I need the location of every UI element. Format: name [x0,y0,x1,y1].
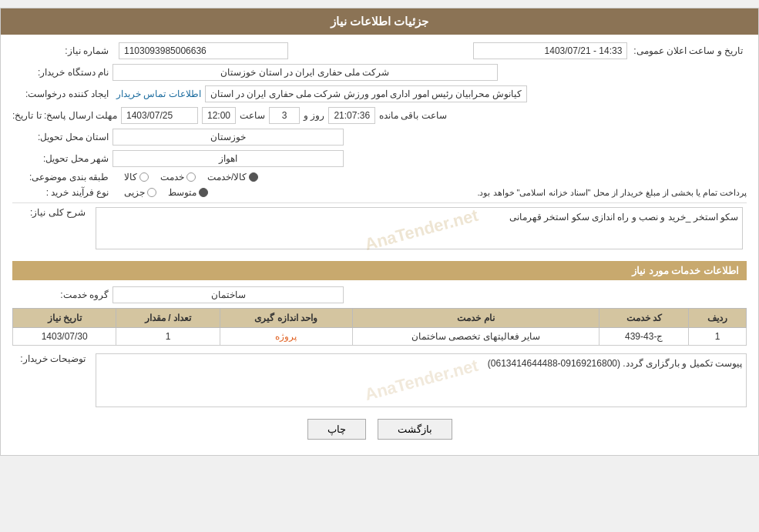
page-title: جزئیات اطلاعات نیاز [331,15,428,28]
category-radio-group: کالا/خدمت خدمت کالا [124,172,258,182]
back-button[interactable]: بازگشت [378,419,452,440]
col-header-row: ردیف [689,309,747,328]
city-value: اهواز [113,150,344,167]
buyer-notes-box: پیوست تکمیل و بارگزاری گردد. (0916921680… [96,353,747,407]
category-goods-option[interactable]: کالا [124,172,149,182]
purchase-type-partial-label: جزیی [124,187,145,198]
deadline-days-value: 3 [269,107,300,124]
public-announcement-value: 1403/07/21 - 14:33 [473,42,627,59]
category-service-label: خدمت [160,172,184,182]
requester-org-value: شرکت ملی حفاری ایران در استان خوزستان [113,64,498,81]
purchase-type-label: نوع فرآیند خرید : [12,187,113,198]
deadline-label: مهلت ارسال پاسخ: تا تاریخ: [12,110,117,121]
col-header-code: کد خدمت [599,309,689,328]
table-cell: 1 [116,328,220,346]
col-header-date: تاریخ نیاز [13,309,116,328]
col-header-name: نام خدمت [352,309,599,328]
province-label: استان محل تحویل: [12,132,113,142]
need-number-label: شماره نیاز: [12,45,113,56]
public-announcement-label: تاریخ و ساعت اعلان عمومی: [633,45,747,56]
requester-org-label: نام دستگاه خریدار: [12,67,113,78]
city-label: شهر محل تحویل: [12,153,113,164]
creator-label: ایجاد کننده درخواست: [12,89,113,99]
col-header-unit: واحد اندازه گیری [220,309,352,328]
creator-contact-link[interactable]: اطلاعات تماس خریدار [116,89,201,99]
purchase-type-partial-option[interactable]: جزیی [124,187,156,198]
col-header-quantity: تعداد / مقدار [116,309,220,328]
description-box: سکو استخر _خرید و نصب و راه اندازی سکو ا… [96,207,743,249]
deadline-days-label: روز و [304,110,324,121]
deadline-time-value: 12:00 [202,107,236,124]
services-table: ردیف کد خدمت نام خدمت واحد اندازه گیری ت… [12,308,747,346]
description-label: شرح کلی نیاز: [12,207,89,218]
purchase-type-partial-radio[interactable] [147,188,156,197]
button-row: بازگشت چاپ [12,419,747,440]
buyer-notes-value: پیوست تکمیل و بارگزاری گردد. (0916921680… [488,358,742,369]
category-goods-service-label: کالا/خدمت [207,172,247,182]
category-label: طبقه بندی موضوعی: [12,172,113,182]
deadline-time-label: ساعت [240,110,265,121]
deadline-remaining-label: ساعت باقی مانده [379,110,447,121]
deadline-remaining-value: 21:07:36 [328,107,375,124]
creator-value: کیانوش محرابیان رئیس امور اداری امور ورز… [205,85,527,102]
table-cell: 1 [689,328,747,346]
category-service-radio[interactable] [186,172,196,182]
category-goods-radio[interactable] [139,172,149,182]
table-cell[interactable]: پروژه [220,328,352,346]
province-value: خوزستان [113,129,344,146]
buyer-notes-label: توضیحات خریدار: [12,353,89,364]
table-cell: ج-43-439 [599,328,689,346]
category-service-option[interactable]: خدمت [160,172,196,182]
category-goods-service-radio[interactable] [249,172,258,182]
table-cell: سایر فعالیتهای تخصصی ساختمان [352,328,599,346]
print-button[interactable]: چاپ [307,419,366,440]
need-number-value: 1103093985006636 [119,42,288,59]
purchase-type-medium-radio[interactable] [199,188,208,197]
category-goods-service-option[interactable]: کالا/خدمت [207,172,258,182]
page-header: جزئیات اطلاعات نیاز [1,8,758,35]
table-cell: 1403/07/30 [13,328,116,346]
category-goods-label: کالا [124,172,137,182]
purchase-type-medium-label: متوسط [168,187,196,198]
service-group-value: ساختمان [113,286,344,303]
table-row: 1ج-43-439سایر فعالیتهای تخصصی ساختمانپرو… [13,328,747,346]
deadline-date-value: 1403/07/25 [121,107,198,124]
service-group-label: گروه خدمت: [12,289,113,300]
service-info-section-title: اطلاعات خدمات مورد نیاز [12,261,747,280]
purchase-type-medium-option[interactable]: متوسط [168,187,208,198]
description-value: سکو استخر _خرید و نصب و راه اندازی سکو ا… [509,212,738,223]
divider-1 [12,202,747,203]
purchase-type-note: پرداخت تمام یا بخشی از مبلغ خریدار از مح… [220,188,747,198]
purchase-type-radio-group: متوسط جزیی [124,187,208,198]
